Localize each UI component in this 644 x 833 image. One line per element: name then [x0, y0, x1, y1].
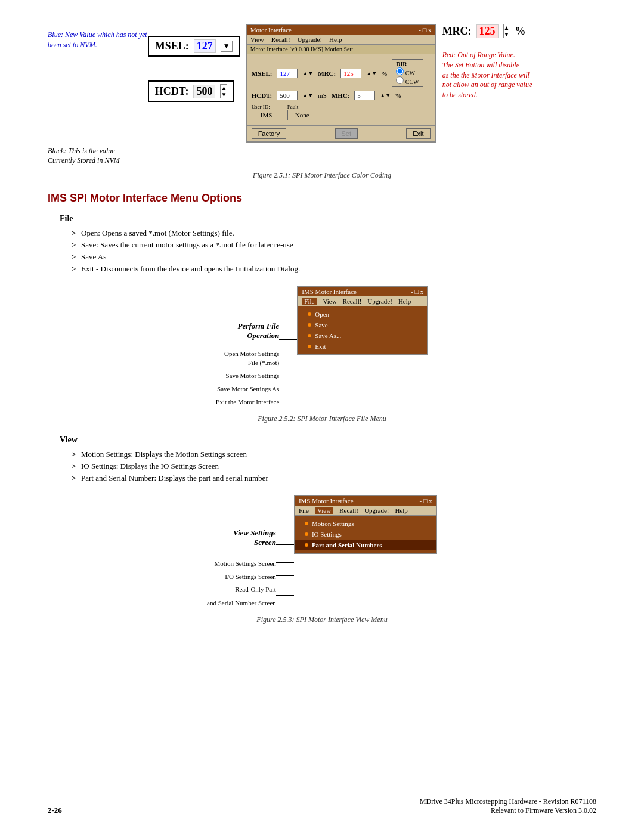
blue-note: Blue: New Value which has not yet been s… — [48, 24, 155, 50]
hcdt-big-value: 500 — [193, 85, 215, 98]
open-dot — [308, 312, 311, 316]
file-menu-dropdown: Open Save Save As... Exit — [298, 306, 427, 354]
recall-tab[interactable]: Recall! — [339, 507, 358, 514]
view-menu-titlebar: IMS Motor Interface - □ x — [295, 496, 436, 506]
motion-settings-screen-label: Motion Settings Screen — [215, 557, 276, 570]
view-menu-list: Motion Settings: Displays the Motion Set… — [72, 450, 596, 483]
ccw-radio[interactable] — [396, 76, 404, 84]
hcdt-big-display: HCDT: 500 ▲▼ — [148, 80, 235, 102]
file-menu-active[interactable]: File — [302, 298, 317, 305]
view-menu-window-controls[interactable]: - □ x — [420, 497, 432, 504]
menu-help[interactable]: Help — [329, 36, 342, 43]
view-menu-window: IMS Motor Interface - □ x File View Reca… — [294, 495, 437, 554]
hcdt-big-label: HCDT: — [155, 85, 189, 98]
save-dot — [308, 323, 311, 327]
io-settings-item[interactable]: IO Settings — [295, 529, 436, 540]
list-item: Motion Settings: Displays the Motion Set… — [72, 450, 596, 459]
mrc-field-input[interactable]: 125 — [340, 69, 361, 78]
msel-spinner[interactable]: ▲▼ — [302, 70, 313, 76]
mhc-field-input[interactable]: 5 — [354, 91, 375, 100]
mhc-spinner[interactable]: ▲▼ — [380, 92, 391, 98]
recall-menu-item[interactable]: Recall! — [343, 298, 362, 305]
factory-button[interactable]: Factory — [252, 128, 287, 139]
file-menu-window-title: IMS Motor Interface — [302, 288, 357, 295]
part-serial-item[interactable]: Part and Serial Numbers — [295, 540, 436, 550]
fault-value: None — [287, 110, 317, 120]
perform-file-label: Perform File Operation — [238, 321, 280, 340]
motion-settings-item[interactable]: Motion Settings — [295, 518, 436, 529]
hcdt-spinner-small[interactable]: ▲▼ — [302, 92, 313, 98]
mrc-unit: % — [382, 70, 387, 77]
msel-big-value: 127 — [194, 39, 216, 53]
figure3-caption: Figure 2.5.3: SPI Motor Interface View M… — [48, 615, 596, 624]
list-item: IO Settings: Displays the IO Settings Sc… — [72, 462, 596, 471]
mhc-field-label: MHC: — [332, 92, 350, 99]
motor-interface-window: Motor Interface - □ x View Recall! Upgra… — [246, 24, 436, 143]
red-note: Red: Out of Range Value. The Set Button … — [442, 50, 532, 100]
exit-motor-label: Exit the Motor Interface — [216, 395, 280, 408]
dir-group: DIR CW CCW — [392, 59, 423, 87]
serial-number-screen-label: and Serial Number Screen — [207, 596, 276, 609]
userid-label: User ID: — [252, 104, 281, 110]
view-menu-menubar: File View Recall! Upgrade! Help — [295, 506, 436, 516]
upgrade-tab[interactable]: Upgrade! — [364, 507, 389, 514]
io-settings-dot — [305, 532, 308, 536]
fault-label: Fault: — [287, 104, 317, 110]
mrc-spinner[interactable]: ▲▼ — [366, 70, 377, 76]
save-as-menu-item[interactable]: Save As... — [298, 330, 427, 341]
save-as-dot — [308, 334, 311, 337]
list-item: Open: Opens a saved *.mot (Motor Setting… — [72, 228, 596, 238]
part-serial-dot — [305, 543, 308, 547]
save-motor-as-label: Save Motor Settings As — [217, 382, 279, 395]
menu-upgrade[interactable]: Upgrade! — [298, 36, 323, 43]
window-controls[interactable]: - □ x — [419, 26, 431, 33]
read-only-part-label: Read-Only Part — [235, 583, 276, 596]
mrc-spinner-big[interactable]: ▲▼ — [503, 24, 510, 38]
view-menu-window-title: IMS Motor Interface — [299, 497, 354, 504]
file-tab[interactable]: File — [299, 507, 309, 514]
menu-view[interactable]: View — [250, 36, 264, 43]
list-item: Save: Saves the current motor settings a… — [72, 240, 596, 250]
open-menu-item[interactable]: Open — [298, 309, 427, 320]
view-tab-active[interactable]: View — [315, 507, 333, 514]
exit-button[interactable]: Exit — [406, 128, 430, 139]
save-motor-label: Save Motor Settings — [225, 369, 279, 382]
mrc-big-value: 125 — [476, 24, 499, 38]
list-item: Save As — [72, 252, 596, 262]
set-button[interactable]: Set — [335, 128, 358, 139]
hcdt-spinner[interactable]: ▲▼ — [220, 84, 227, 98]
msel-dropdown-icon[interactable]: ▼ — [221, 41, 233, 52]
list-item: Part and Serial Number: Displays the par… — [72, 473, 596, 483]
file-section-title: File — [60, 214, 596, 224]
file-menu-list: Open: Opens a saved *.mot (Motor Setting… — [72, 228, 596, 274]
hcdt-field-label: HCDT: — [252, 92, 273, 99]
file-menu-window: IMS Motor Interface - □ x File View Reca… — [297, 286, 428, 355]
cw-radio[interactable] — [396, 67, 404, 75]
black-note: Black: This is the value Currently Store… — [48, 146, 596, 165]
hcdt-field-input[interactable]: 500 — [277, 91, 298, 100]
dir-label: DIR — [396, 61, 419, 67]
help-menu-item[interactable]: Help — [398, 298, 411, 305]
mrc-big-display: MRC: 125 ▲▼ % — [442, 24, 532, 38]
upgrade-menu-item[interactable]: Upgrade! — [367, 298, 392, 305]
view-menu-item[interactable]: View — [323, 298, 336, 305]
msel-field-label: MSEL: — [252, 70, 273, 77]
save-menu-item[interactable]: Save — [298, 320, 427, 330]
file-menu-window-controls[interactable]: - □ x — [411, 288, 423, 295]
view-section-title: View — [60, 435, 596, 445]
view-menu-diagram: View Settings Screen Motion Settings Scr… — [48, 495, 596, 609]
msel-big-display: MSEL: 127 ▼ — [148, 36, 240, 57]
menu-recall[interactable]: Recall! — [271, 36, 290, 43]
userid-value: IMS — [252, 110, 281, 120]
help-tab[interactable]: Help — [395, 507, 407, 514]
window-titlebar: Motor Interface - □ x — [247, 25, 435, 35]
hcdt-unit: mS — [318, 92, 327, 99]
mrc-field-label: MRC: — [318, 70, 336, 77]
window-menu: View Recall! Upgrade! Help — [247, 35, 435, 45]
exit-menu-item[interactable]: Exit — [298, 341, 427, 352]
msel-field-input[interactable]: 127 — [277, 69, 298, 78]
figure1-caption: Figure 2.5.1: SPI Motor Interface Color … — [48, 171, 596, 180]
page-footer: 2-26 MDrive 34Plus Microstepping Hardwar… — [48, 792, 596, 815]
io-settings-screen-label: I/O Settings Screen — [225, 570, 276, 583]
figure2-caption: Figure 2.5.2: SPI Motor Interface File M… — [48, 414, 596, 423]
